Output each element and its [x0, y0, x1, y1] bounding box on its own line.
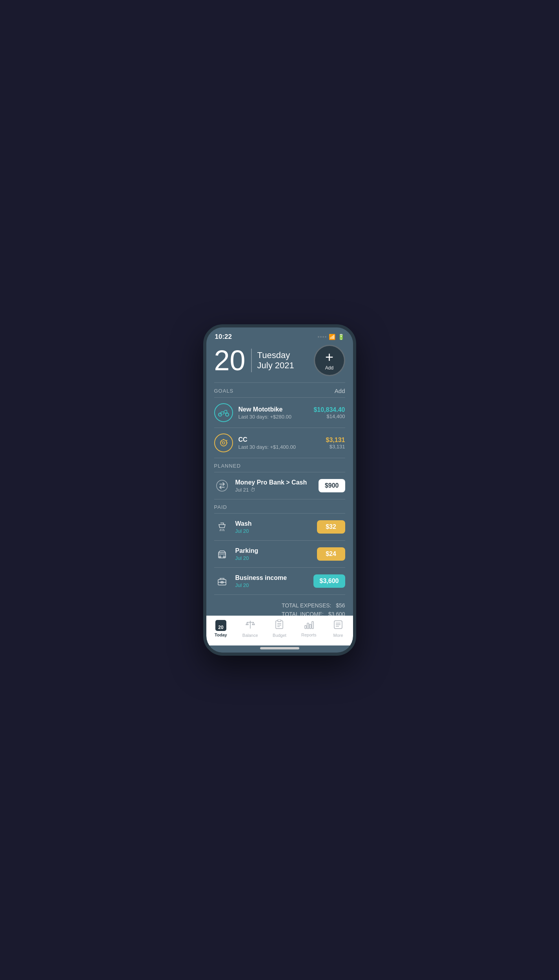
goal-info-cc: CC Last 30 days: +$1,400.00: [239, 436, 320, 450]
goal-current-mototbike: $10,834.40: [313, 406, 345, 413]
nav-item-balance[interactable]: Balance: [239, 620, 262, 638]
goal-sub-cc: Last 30 days: +$1,400.00: [239, 444, 320, 450]
goals-add-button[interactable]: Add: [335, 388, 345, 394]
goals-title: GOALS: [214, 388, 234, 394]
paid-icon-business: [214, 573, 230, 589]
date-divider: [251, 349, 252, 372]
add-button-label: Add: [325, 365, 333, 371]
signal-dots-icon: [318, 336, 326, 338]
paid-date-parking: Jul 20: [235, 555, 311, 561]
paid-date-wash: Jul 20: [235, 528, 311, 534]
status-time: 10:22: [215, 333, 232, 341]
total-expenses-value: $56: [336, 602, 345, 609]
totals-section: TOTAL EXPENSES: $56 TOTAL INCOME: $3,600: [213, 595, 347, 616]
nav-label-more: More: [333, 633, 343, 638]
nav-label-today: Today: [215, 633, 227, 637]
wifi-icon: 📶: [329, 334, 335, 340]
status-icons: 📶 🔋: [318, 334, 344, 340]
today-calendar-icon: 20: [215, 620, 226, 631]
paid-icon-parking: [214, 546, 230, 562]
header: 20 Tuesday July 2021 + Add: [206, 341, 353, 382]
goal-item-mototbike[interactable]: New Mototbike Last 30 days: +$280.00 $10…: [213, 398, 347, 428]
svg-point-14: [223, 556, 225, 558]
planned-section-header: PLANNED: [213, 458, 347, 472]
paid-amount-business[interactable]: $3,600: [313, 574, 345, 588]
goal-info-mototbike: New Mototbike Last 30 days: +$280.00: [239, 406, 308, 420]
nav-item-today[interactable]: 20 Today: [209, 620, 233, 637]
paid-info-parking: Parking Jul 20: [235, 547, 311, 561]
svg-point-8: [217, 480, 228, 491]
paid-icon-wash: [214, 519, 230, 535]
date-section: 20 Tuesday July 2021: [214, 346, 294, 375]
reports-icon: [304, 620, 314, 631]
planned-amount-transfer[interactable]: $900: [319, 479, 345, 492]
goal-target-cc: $3,131: [326, 444, 345, 450]
total-income-value: $3,600: [328, 611, 345, 616]
planned-name-transfer: Money Pro Bank > Cash: [235, 479, 313, 486]
total-income-label: TOTAL INCOME:: [282, 611, 324, 616]
bottom-nav: 20 Today Balance: [206, 616, 353, 645]
svg-rect-22: [276, 621, 283, 629]
budget-icon: [275, 620, 284, 631]
paid-item-wash[interactable]: Wash Jul 20 $32: [213, 514, 347, 540]
nav-label-reports: Reports: [301, 633, 317, 637]
paid-item-business[interactable]: Business income Jul 20 $3,600: [213, 568, 347, 594]
date-day: 20: [214, 346, 246, 375]
svg-rect-30: [312, 622, 313, 629]
planned-date-transfer: Jul 21 ⏱: [235, 487, 313, 493]
nav-item-reports[interactable]: Reports: [297, 620, 320, 637]
clock-icon: ⏱: [250, 487, 255, 493]
svg-point-13: [219, 556, 221, 558]
total-expenses-line: TOTAL EXPENSES: $56: [214, 601, 345, 610]
goal-target-mototbike: $14,400: [313, 413, 345, 419]
goal-current-cc: $3,131: [326, 437, 345, 444]
add-plus-icon: +: [325, 350, 333, 364]
goal-name-mototbike: New Mototbike: [239, 406, 308, 413]
planned-title: PLANNED: [214, 463, 241, 469]
more-icon: [333, 620, 343, 631]
planned-info-transfer: Money Pro Bank > Cash Jul 21 ⏱: [235, 479, 313, 493]
nav-item-more[interactable]: More: [326, 620, 350, 638]
svg-rect-28: [307, 623, 309, 629]
goal-name-cc: CC: [239, 436, 320, 443]
paid-info-wash: Wash Jul 20: [235, 520, 311, 534]
total-expenses-label: TOTAL EXPENSES:: [282, 602, 331, 609]
paid-item-parking[interactable]: Parking Jul 20 $24: [213, 541, 347, 567]
today-calendar-num: 20: [218, 625, 223, 630]
battery-icon: 🔋: [338, 334, 344, 340]
svg-rect-29: [310, 624, 311, 629]
paid-section-header: PAID: [213, 499, 347, 513]
goals-section-header: GOALS Add: [213, 383, 347, 397]
svg-rect-27: [305, 625, 306, 629]
planned-icon-transfer: [214, 478, 230, 494]
balance-icon: [245, 620, 255, 631]
paid-name-business: Business income: [235, 574, 308, 581]
status-bar: 10:22 📶 🔋: [206, 327, 353, 341]
goal-icon-moto: [214, 403, 233, 422]
date-monthyear: July 2021: [257, 360, 294, 371]
paid-info-business: Business income Jul 20: [235, 574, 308, 588]
goal-item-cc[interactable]: CC Last 30 days: +$1,400.00 $3,131 $3,13…: [213, 428, 347, 458]
nav-label-budget: Budget: [273, 633, 286, 638]
date-text: Tuesday July 2021: [257, 350, 294, 371]
paid-name-parking: Parking: [235, 547, 311, 554]
goal-amounts-mototbike: $10,834.40 $14,400: [313, 406, 345, 419]
svg-point-2: [220, 440, 227, 446]
svg-line-11: [224, 529, 224, 531]
paid-amount-parking[interactable]: $24: [317, 547, 345, 561]
paid-amount-wash[interactable]: $32: [317, 520, 345, 534]
phone-frame: 10:22 📶 🔋 20 Tuesday July 2021: [203, 324, 356, 656]
content: GOALS Add New Mototbike Last 30 days: +$…: [206, 382, 353, 616]
paid-title: PAID: [214, 504, 227, 510]
goal-icon-cc: [214, 433, 233, 452]
add-button[interactable]: + Add: [314, 345, 345, 376]
phone-screen: 10:22 📶 🔋 20 Tuesday July 2021: [206, 327, 353, 653]
svg-line-7: [222, 442, 223, 442]
goal-amounts-cc: $3,131 $3,131: [326, 437, 345, 450]
home-indicator: [260, 647, 299, 649]
nav-label-balance: Balance: [242, 633, 258, 638]
nav-item-budget[interactable]: Budget: [268, 620, 291, 638]
total-income-line: TOTAL INCOME: $3,600: [214, 610, 345, 616]
paid-name-wash: Wash: [235, 520, 311, 527]
planned-item-transfer[interactable]: Money Pro Bank > Cash Jul 21 ⏱ $900: [213, 472, 347, 499]
